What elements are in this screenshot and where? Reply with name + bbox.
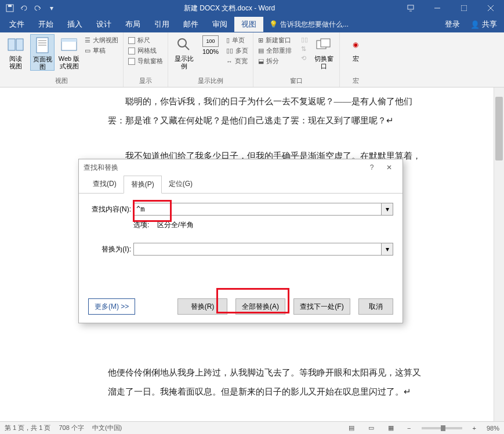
zoom-minus-icon[interactable]: − [405,425,413,432]
menu-layout[interactable]: 布局 [118,17,147,32]
web-view-label: Web 版式视图 [57,55,81,70]
one-page-label: 单页 [232,36,245,45]
page-view-label: 页面视图 [31,56,54,70]
ribbon-group-window: ⊞新建窗口 ▤全部重排 ⬓拆分 ▯▯ ⇅ ⟲ 切换窗口 窗口 [253,32,340,87]
split-label: 拆分 [266,57,279,65]
svg-rect-8 [16,39,23,50]
redo-icon[interactable] [32,3,43,13]
menu-references[interactable]: 引用 [147,17,176,32]
menu-insert[interactable]: 插入 [60,17,89,32]
side-icon: ▯▯ [301,36,308,43]
status-lang[interactable]: 中文(中国) [92,424,122,432]
menu-design[interactable]: 设计 [89,17,118,32]
outline-label: 大纲视图 [93,36,118,45]
ribbon: 阅读 视图 页面视图 Web 版式视图 ☰大纲视图 ▭草稿 视图 标尺 网格线 … [0,32,504,87]
share-button[interactable]: 👤 共享 [466,17,502,32]
tell-me-search[interactable]: 💡 告诉我您想要做什么... [263,17,354,32]
replace-all-button[interactable]: 全部替换(A) [235,298,285,315]
share-icon: 👤 [470,20,480,29]
arrange-label: 全部重排 [266,46,292,55]
find-next-button[interactable]: 查找下一处(F) [293,298,350,315]
replace-dropdown-icon[interactable]: ▾ [382,243,393,256]
checkbox-icon [128,37,135,44]
new-window-label: 新建窗口 [266,36,291,45]
options-label: 选项: [133,221,149,229]
save-icon[interactable] [5,3,15,13]
page-width-button[interactable]: ↔页宽 [225,56,249,66]
tab-find[interactable]: 查找(D) [86,176,124,193]
ribbon-options-icon[interactable] [397,0,424,16]
outline-view-button[interactable]: ☰大纲视图 [84,35,119,45]
find-dropdown-icon[interactable]: ▾ [382,203,393,216]
view-web-icon[interactable]: ▦ [385,424,397,433]
replace-input[interactable] [133,243,382,256]
paragraph[interactable]: 他便伶伶俐俐地从我身上跨过，从我脚边飞去了。等我睁开眼和太阳再见，这算又溜走了一… [108,363,421,402]
view-read-icon[interactable]: ▤ [346,424,357,433]
page-width-icon: ↔ [226,58,233,65]
view-side-button[interactable]: ▯▯ [300,35,309,44]
quick-access-toolbar: ▾ [0,3,61,13]
gridlines-checkbox[interactable]: 网格线 [127,46,164,56]
menu-home[interactable]: 开始 [31,17,60,32]
paragraph[interactable]: 聪明的，你告诉我，我们的日子为什么一去不复返呢？——是有人偷了他们罢：那是谁？又… [108,92,421,130]
minimize-icon[interactable] [424,0,451,16]
sync-scroll-button[interactable]: ⇅ [300,45,309,53]
web-view-icon [60,35,78,54]
menu-mail[interactable]: 邮件 [176,17,205,32]
dialog-close-icon[interactable]: ✕ [380,163,398,172]
multi-page-button[interactable]: ▯▯多页 [225,46,249,56]
page-view-button[interactable]: 页面视图 [30,34,55,71]
ruler-checkbox[interactable]: 标尺 [127,35,164,45]
login-button[interactable]: 登录 [439,17,466,32]
one-page-icon: ▯ [226,37,230,44]
zoom-plus-icon[interactable]: + [470,425,478,432]
share-label: 共享 [482,19,497,30]
split-icon: ⬓ [258,57,264,65]
draft-label: 草稿 [93,46,106,55]
reset-pos-button[interactable]: ⟲ [300,54,309,63]
tab-replace[interactable]: 替换(P) [124,176,162,194]
zoom-100-button[interactable]: 100 100% [198,34,223,56]
macro-button[interactable]: ◉ 宏 [343,34,368,63]
menu-review[interactable]: 审阅 [205,17,234,32]
menu-view[interactable]: 视图 [234,17,263,32]
find-input[interactable] [133,203,382,216]
split-button[interactable]: ⬓拆分 [257,56,293,66]
bulb-icon: 💡 [269,20,278,28]
tab-goto[interactable]: 定位(G) [162,176,200,193]
undo-icon[interactable] [19,3,29,13]
options-value: 区分全/半角 [157,221,194,229]
window-title: 新建 DOCX 文档.docx - Word [61,3,397,13]
dialog-help-icon[interactable]: ? [363,163,380,172]
status-page[interactable]: 第 1 页，共 1 页 [5,424,50,432]
window-controls [397,0,504,16]
maximize-icon[interactable] [451,0,477,16]
status-zoom[interactable]: 98% [487,425,499,432]
web-view-button[interactable]: Web 版式视图 [57,34,81,70]
one-page-button[interactable]: ▯单页 [225,35,249,45]
new-window-button[interactable]: ⊞新建窗口 [257,35,293,45]
qat-dropdown-icon[interactable]: ▾ [46,3,57,13]
navpane-checkbox[interactable]: 导航窗格 [127,56,164,66]
switch-window-button[interactable]: 切换窗口 [311,34,336,70]
switch-window-icon [314,35,333,54]
scrollbar-thumb[interactable] [495,97,503,161]
read-view-button[interactable]: 阅读 视图 [3,34,28,70]
close-icon[interactable] [477,0,504,16]
ribbon-show-label: 显示 [127,75,164,87]
more-button[interactable]: 更多(M) >> [88,298,135,315]
page-view-icon [33,36,52,54]
status-words[interactable]: 708 个字 [59,424,84,432]
draft-view-button[interactable]: ▭草稿 [84,46,119,56]
dialog-titlebar[interactable]: 查找和替换 ? ✕ [79,159,403,176]
vertical-scrollbar[interactable] [494,87,504,421]
replace-button[interactable]: 替换(R) [177,298,227,315]
ribbon-zoom-label: 显示比例 [172,75,249,87]
cancel-button[interactable]: 取消 [358,298,393,315]
menu-file[interactable]: 文件 [2,17,31,32]
zoom-button[interactable]: 显示比例 [172,34,196,70]
arrange-all-button[interactable]: ▤全部重排 [257,46,293,56]
read-view-label: 阅读 视图 [9,55,22,70]
view-print-icon[interactable]: ▭ [365,424,377,433]
svg-rect-7 [8,39,15,50]
